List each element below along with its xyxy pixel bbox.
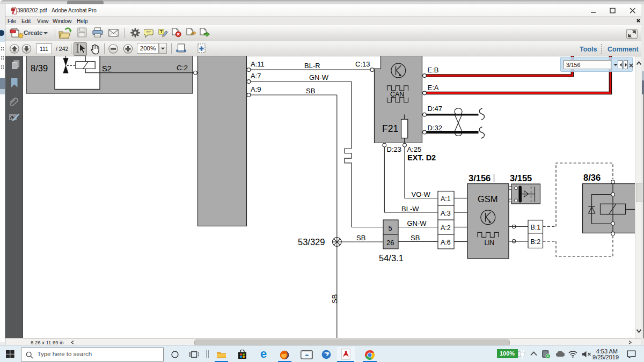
svg-text:E:A: E:A bbox=[428, 84, 439, 92]
svg-text:VO-W: VO-W bbox=[412, 190, 431, 198]
svg-text:8/36: 8/36 bbox=[583, 173, 601, 182]
svg-text:GSM: GSM bbox=[478, 194, 498, 204]
svg-text:26: 26 bbox=[386, 239, 394, 247]
svg-text:53/329: 53/329 bbox=[298, 237, 325, 247]
svg-text:5: 5 bbox=[389, 224, 392, 232]
svg-text:3/156: 3/156 bbox=[469, 173, 491, 183]
svg-text:54/3.1: 54/3.1 bbox=[379, 253, 404, 263]
svg-text:A:3: A:3 bbox=[441, 210, 451, 217]
svg-text:D:32: D:32 bbox=[428, 124, 442, 132]
svg-text:SB: SB bbox=[411, 234, 420, 242]
svg-text:A:1: A:1 bbox=[441, 195, 451, 203]
svg-text:SB: SB bbox=[356, 234, 365, 242]
svg-text:A:6: A:6 bbox=[441, 239, 451, 246]
svg-text:E:B: E:B bbox=[428, 66, 439, 74]
svg-text:B:2: B:2 bbox=[531, 238, 541, 246]
svg-text:3/155: 3/155 bbox=[510, 173, 532, 183]
svg-text:GN-W: GN-W bbox=[407, 219, 427, 227]
svg-text:SB: SB bbox=[331, 294, 339, 304]
svg-text:B:1: B:1 bbox=[531, 224, 541, 231]
svg-text:D:47: D:47 bbox=[428, 105, 442, 113]
svg-text:BL-W: BL-W bbox=[401, 205, 419, 213]
svg-text:A:2: A:2 bbox=[441, 224, 451, 232]
svg-text:LIN: LIN bbox=[485, 239, 495, 247]
